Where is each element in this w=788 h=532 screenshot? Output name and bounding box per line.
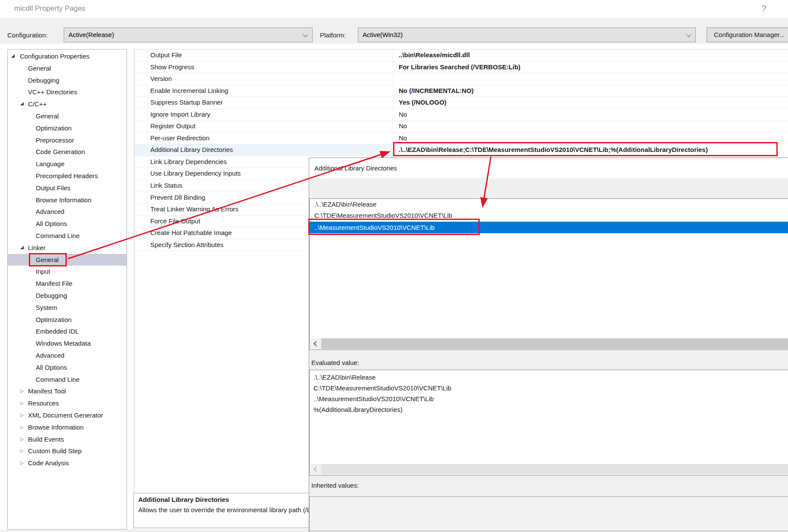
property-row[interactable]: Output File..\bin\Release/micdll.dll — [134, 49, 788, 62]
scroll-left-button[interactable] — [310, 464, 321, 475]
tree-item-resources[interactable]: ▷Resources — [8, 397, 127, 409]
help-icon[interactable]: ? — [761, 3, 766, 14]
tree-item-debugging[interactable]: Debugging — [8, 290, 127, 302]
tree-item-label: Advanced — [36, 206, 65, 218]
property-value[interactable]: For Libraries Searched (/VERBOSE:Lib) — [399, 62, 521, 73]
tree-item-system[interactable]: System — [8, 302, 127, 314]
evaluated-value-box: .\..\EZAD\bin\ReleaseC:\TDE\MeasurementS… — [309, 370, 788, 476]
tree-item-build-events[interactable]: ▷Build Events — [8, 433, 127, 445]
tree-item-label: Manifest File — [36, 278, 72, 290]
tree-item-precompiled-headers[interactable]: Precompiled Headers — [8, 170, 127, 182]
tree-item-browse-information[interactable]: ▷Browse Information — [8, 421, 127, 433]
tree-item-language[interactable]: Language — [8, 158, 127, 170]
tree-item-general[interactable]: General — [8, 62, 127, 74]
tree-item-browse-information[interactable]: Browse Information — [8, 194, 127, 206]
tree-expanded-icon[interactable] — [20, 246, 24, 249]
tree-item-input[interactable]: Input — [8, 266, 127, 278]
tree-item-label: Browse Information — [28, 421, 84, 433]
dialog-toolbar-area — [309, 178, 788, 198]
tree-item-label: Command Line — [36, 374, 80, 386]
tree-item-label: Advanced — [36, 350, 65, 362]
tree-collapsed-icon[interactable]: ▷ — [20, 457, 24, 469]
property-row[interactable]: Ignore Import LibraryNo — [134, 109, 788, 121]
property-row[interactable]: Per-user RedirectionNo — [134, 133, 788, 145]
property-row[interactable]: Enable Incremental LinkingNo (/INCREMENT… — [134, 85, 788, 97]
tree-item-optimization[interactable]: Optimization — [8, 122, 127, 134]
tree-item-label: Input — [36, 266, 50, 278]
scroll-left-button[interactable] — [310, 338, 321, 349]
tree-collapsed-icon[interactable]: ▷ — [20, 445, 24, 457]
inherited-values-label: Inherited values: — [311, 482, 359, 489]
scrollbar-thumb[interactable] — [321, 338, 788, 349]
tree-item-custom-build-step[interactable]: ▷Custom Build Step — [8, 445, 127, 457]
tree-collapsed-icon[interactable]: ▷ — [20, 409, 24, 421]
tree-collapsed-icon[interactable]: ▷ — [20, 397, 24, 409]
tree-item-label: Code Generation — [36, 146, 85, 158]
tree-item-label: All Options — [36, 218, 67, 230]
tree-item-command-line[interactable]: Command Line — [8, 230, 127, 242]
property-value[interactable]: No — [399, 133, 407, 144]
tree-item-debugging[interactable]: Debugging — [8, 74, 127, 87]
property-row[interactable]: Additional Library Directories.\..\EZAD\… — [134, 144, 788, 156]
property-value[interactable]: No (/INCREMENTAL:NO) — [399, 85, 474, 96]
tree-item-linker[interactable]: Linker — [8, 242, 127, 254]
property-name: Show Progress — [134, 62, 393, 73]
property-row[interactable]: Suppress Startup BannerYes (/NOLOGO) — [134, 97, 788, 109]
tree-item-advanced[interactable]: Advanced — [8, 350, 127, 362]
tree-item-optimization[interactable]: Optimization — [8, 314, 127, 326]
additional-library-directories-dialog: Additional Library Directories .\..\EZAD… — [309, 158, 788, 532]
property-value[interactable]: Yes (/NOLOGO) — [399, 97, 447, 108]
property-row[interactable]: Version — [134, 73, 788, 85]
tree-item-configuration-properties[interactable]: Configuration Properties — [8, 50, 127, 62]
tree-item-code-analysis[interactable]: ▷Code Analysis — [8, 457, 127, 469]
tree-item-code-generation[interactable]: Code Generation — [8, 146, 127, 158]
tree-collapsed-icon[interactable]: ▷ — [20, 385, 24, 397]
tree-item-label: Command Line — [36, 230, 80, 242]
directories-list: .\..\EZAD\bin\ReleaseC:\TDE\MeasurementS… — [309, 198, 788, 350]
directory-list-item[interactable]: C:\TDE\MeasurementStudioVS2010\VCNET\Lib — [310, 210, 788, 221]
tree-item-all-options[interactable]: All Options — [8, 362, 127, 374]
directory-list-item[interactable]: .\..\EZAD\bin\Release — [310, 199, 788, 210]
platform-dropdown[interactable]: Active(Win32) — [358, 28, 696, 42]
tree-item-c-c-[interactable]: C/C++ — [8, 98, 127, 110]
configuration-manager-button[interactable]: Configuration Manager... — [707, 28, 788, 42]
tree-item-general[interactable]: General — [8, 254, 127, 266]
property-name: Ignore Import Library — [134, 109, 393, 121]
tree-item-label: VC++ Directories — [28, 86, 77, 98]
property-row[interactable]: Register OutputNo — [134, 121, 788, 133]
property-name: Per-user Redirection — [134, 133, 393, 144]
tree-item-label: All Options — [36, 362, 67, 374]
tree-item-manifest-file[interactable]: Manifest File — [8, 278, 127, 290]
property-value[interactable]: .\..\EZAD\bin\Release;C:\TDE\Measurement… — [399, 144, 708, 155]
horizontal-scrollbar[interactable] — [310, 464, 788, 475]
tree-item-windows-metadata[interactable]: Windows Metadata — [8, 337, 127, 350]
chevron-down-icon — [303, 32, 307, 37]
tree-item-advanced[interactable]: Advanced — [8, 206, 127, 218]
tree-item-preprocessor[interactable]: Preprocessor — [8, 134, 127, 146]
tree-item-all-options[interactable]: All Options — [8, 218, 127, 230]
chevron-left-icon — [313, 467, 319, 472]
property-value[interactable]: No — [399, 121, 407, 132]
description-text: Allows the user to override the environm… — [138, 506, 309, 513]
scrollbar-thumb[interactable] — [321, 464, 788, 475]
tree-item-label: C/C++ — [28, 98, 47, 110]
tree-item-embedded-idl[interactable]: Embedded IDL — [8, 325, 127, 337]
tree-item-manifest-tool[interactable]: ▷Manifest Tool — [8, 385, 127, 397]
tree-item-general[interactable]: General — [8, 110, 127, 122]
directory-list-item[interactable]: ..\MeasurementStudioVS2010\VCNET\Lib — [310, 222, 788, 233]
property-value[interactable]: No — [399, 109, 407, 120]
platform-dropdown-value: Active(Win32) — [363, 31, 403, 38]
tree-collapsed-icon[interactable]: ▷ — [20, 421, 24, 433]
property-row[interactable]: Show ProgressFor Libraries Searched (/VE… — [134, 62, 788, 74]
horizontal-scrollbar[interactable] — [310, 338, 788, 349]
tree-expanded-icon[interactable] — [11, 54, 15, 58]
tree-item-output-files[interactable]: Output Files — [8, 182, 127, 194]
tree-item-command-line[interactable]: Command Line — [8, 374, 127, 386]
property-value[interactable]: ..\bin\Release/micdll.dll — [399, 49, 470, 61]
tree-item-xml-document-generator[interactable]: ▷XML Document Generator — [8, 409, 127, 421]
tree-expanded-icon[interactable] — [20, 102, 24, 105]
configuration-dropdown[interactable]: Active(Release) — [64, 28, 313, 42]
tree-item-label: General — [28, 62, 51, 74]
tree-collapsed-icon[interactable]: ▷ — [20, 433, 24, 445]
tree-item-vc-directories[interactable]: VC++ Directories — [8, 86, 127, 98]
